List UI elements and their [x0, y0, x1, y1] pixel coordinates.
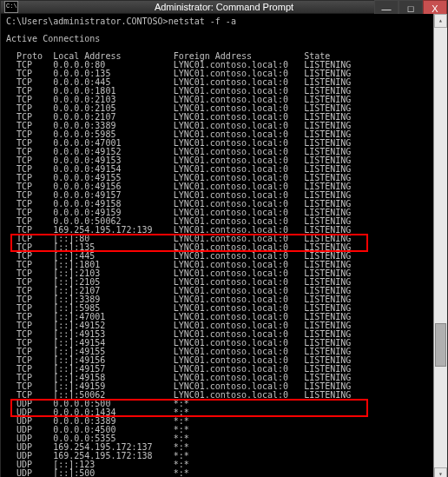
titlebar[interactable]: C:\ Administrator: Command Prompt — □ X	[1, 1, 447, 14]
scroll-down-arrow-icon[interactable]: ▾	[434, 467, 447, 477]
vertical-scrollbar[interactable]: ▴ ▾	[433, 14, 447, 477]
scroll-up-arrow-icon[interactable]: ▴	[434, 14, 447, 28]
scroll-thumb[interactable]	[435, 323, 446, 367]
command-prompt-window: C:\ Administrator: Command Prompt — □ X …	[0, 0, 448, 477]
terminal-area: C:\Users\administrator.CONTOSO>netstat -…	[1, 14, 447, 477]
terminal-output[interactable]: C:\Users\administrator.CONTOSO>netstat -…	[1, 14, 433, 477]
scroll-track[interactable]	[434, 28, 447, 467]
